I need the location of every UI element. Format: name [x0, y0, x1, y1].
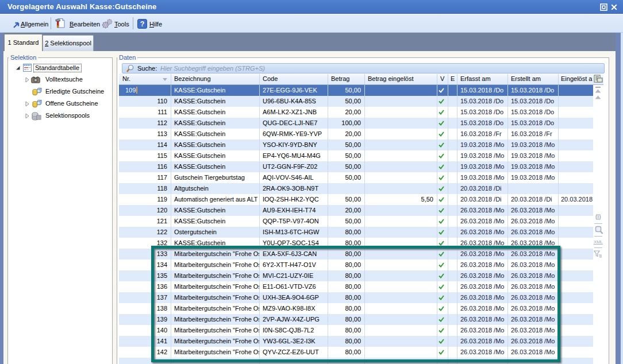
svg-text:?: ?	[140, 20, 145, 28]
